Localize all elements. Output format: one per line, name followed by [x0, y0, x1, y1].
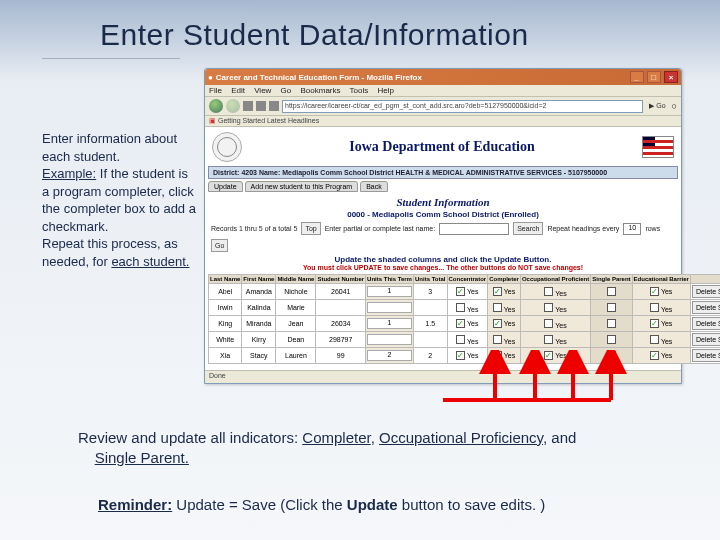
- checkbox[interactable]: [544, 303, 553, 312]
- cell-units-term[interactable]: 1: [366, 316, 414, 332]
- delete-student-button[interactable]: Delete Student: [692, 333, 720, 346]
- lastname-search-input[interactable]: [439, 223, 509, 235]
- checkbox[interactable]: ✓: [456, 287, 465, 296]
- cell-completer[interactable]: Yes: [488, 300, 521, 316]
- cell-occupational[interactable]: ✓ Yes: [520, 348, 590, 364]
- checkbox[interactable]: [493, 303, 502, 312]
- checkbox[interactable]: [456, 303, 465, 312]
- search-icon[interactable]: ○: [672, 101, 677, 111]
- cell-educational-barrier[interactable]: ✓ Yes: [632, 284, 690, 300]
- menu-file[interactable]: File: [209, 86, 222, 95]
- menu-edit[interactable]: Edit: [231, 86, 245, 95]
- cell-single-parent[interactable]: [591, 348, 632, 364]
- delete-student-button[interactable]: Delete Student: [692, 349, 720, 362]
- checkbox[interactable]: ✓: [544, 351, 553, 360]
- close-button[interactable]: ×: [664, 71, 678, 83]
- cell-number: [316, 300, 366, 316]
- cell-units-term[interactable]: [366, 300, 414, 316]
- reload-icon[interactable]: [243, 101, 253, 111]
- cell-middle: Dean: [276, 332, 316, 348]
- checkbox[interactable]: [650, 335, 659, 344]
- cell-concentrator: ✓ Yes: [447, 348, 488, 364]
- checkbox[interactable]: ✓: [456, 319, 465, 328]
- iowa-seal-icon: [212, 132, 242, 162]
- cell-completer[interactable]: ✓ Yes: [488, 316, 521, 332]
- firefox-icon: ●: [208, 73, 213, 82]
- maximize-button[interactable]: □: [647, 71, 661, 83]
- cell-single-parent[interactable]: [591, 300, 632, 316]
- stop-icon[interactable]: [256, 101, 266, 111]
- records-label: Records 1 thru 5 of a total 5: [211, 225, 297, 232]
- review-a: Review and update all indicators:: [78, 429, 302, 446]
- url-field[interactable]: https://icareer/icareer-ct/car_ed_pgm_st…: [282, 100, 643, 113]
- bookmarks-labels[interactable]: Getting Started Latest Headlines: [218, 117, 319, 124]
- checkbox[interactable]: [544, 319, 553, 328]
- cell-single-parent[interactable]: [591, 316, 632, 332]
- cell-first: Amanda: [242, 284, 276, 300]
- delete-student-button[interactable]: Delete Student: [692, 285, 720, 298]
- delete-student-button[interactable]: Delete Student: [692, 301, 720, 314]
- instr-p1: Enter information about each student.: [42, 131, 177, 164]
- back-icon[interactable]: [209, 99, 223, 113]
- menu-bookmarks[interactable]: Bookmarks: [301, 86, 341, 95]
- cell-units-term[interactable]: 1: [366, 284, 414, 300]
- cell-single-parent[interactable]: [591, 284, 632, 300]
- home-icon[interactable]: [269, 101, 279, 111]
- search-button[interactable]: Search: [513, 222, 543, 235]
- column-header: [690, 275, 720, 284]
- checkbox[interactable]: ✓: [650, 287, 659, 296]
- cell-educational-barrier[interactable]: Yes: [632, 332, 690, 348]
- warning-notice: You must click UPDATE to save changes...…: [208, 264, 678, 271]
- checkbox[interactable]: ✓: [456, 351, 465, 360]
- district-bar: District: 4203 Name: Mediapolis Comm Sch…: [208, 166, 678, 179]
- repeat-rows-input[interactable]: 10: [623, 223, 641, 235]
- cell-units-term[interactable]: [366, 332, 414, 348]
- cell-delete: Delete Student: [690, 284, 720, 300]
- go-button[interactable]: Go: [211, 239, 228, 252]
- cell-completer[interactable]: Yes: [488, 332, 521, 348]
- column-header: Units This Term: [366, 275, 414, 284]
- table-row: AbelAmandaNichole2604113✓ Yes✓ Yes Yes✓ …: [209, 284, 721, 300]
- review-completer: Completer: [302, 429, 370, 446]
- go-button[interactable]: ▶ Go: [646, 102, 668, 110]
- cell-completer[interactable]: ✓ Yes: [488, 348, 521, 364]
- cell-concentrator: ✓ Yes: [447, 284, 488, 300]
- forward-icon[interactable]: [226, 99, 240, 113]
- cell-educational-barrier[interactable]: ✓ Yes: [632, 348, 690, 364]
- menu-help[interactable]: Help: [378, 86, 394, 95]
- cell-completer[interactable]: ✓ Yes: [488, 284, 521, 300]
- cell-units-term[interactable]: 2: [366, 348, 414, 364]
- checkbox[interactable]: ✓: [493, 287, 502, 296]
- update-tab[interactable]: Update: [208, 181, 243, 192]
- checkbox[interactable]: ✓: [493, 319, 502, 328]
- cell-middle: Jean: [276, 316, 316, 332]
- delete-student-button[interactable]: Delete Student: [692, 317, 720, 330]
- checkbox[interactable]: ✓: [493, 351, 502, 360]
- cell-occupational[interactable]: Yes: [520, 316, 590, 332]
- top-button[interactable]: Top: [301, 222, 320, 235]
- browser-window: ● Career and Technical Education Form - …: [204, 68, 682, 384]
- cell-first: Kalinda: [242, 300, 276, 316]
- add-student-tab[interactable]: Add new student to this Program: [245, 181, 359, 192]
- cell-occupational[interactable]: Yes: [520, 300, 590, 316]
- checkbox[interactable]: [650, 303, 659, 312]
- minimize-button[interactable]: _: [630, 71, 644, 83]
- checkbox[interactable]: [544, 287, 553, 296]
- back-tab[interactable]: Back: [360, 181, 388, 192]
- cell-single-parent[interactable]: [591, 332, 632, 348]
- menu-view[interactable]: View: [254, 86, 271, 95]
- window-titlebar: ● Career and Technical Education Form - …: [205, 69, 681, 85]
- cell-educational-barrier[interactable]: ✓ Yes: [632, 316, 690, 332]
- checkbox[interactable]: [493, 335, 502, 344]
- cell-occupational[interactable]: Yes: [520, 284, 590, 300]
- checkbox[interactable]: ✓: [650, 319, 659, 328]
- cell-educational-barrier[interactable]: Yes: [632, 300, 690, 316]
- menu-go[interactable]: Go: [281, 86, 292, 95]
- table-row: WhiteKirryDean298797 Yes Yes Yes YesDele…: [209, 332, 721, 348]
- checkbox[interactable]: [544, 335, 553, 344]
- action-tabs: Update Add new student to this Program B…: [208, 181, 678, 192]
- cell-occupational[interactable]: Yes: [520, 332, 590, 348]
- menu-tools[interactable]: Tools: [350, 86, 369, 95]
- checkbox[interactable]: [456, 335, 465, 344]
- checkbox[interactable]: ✓: [650, 351, 659, 360]
